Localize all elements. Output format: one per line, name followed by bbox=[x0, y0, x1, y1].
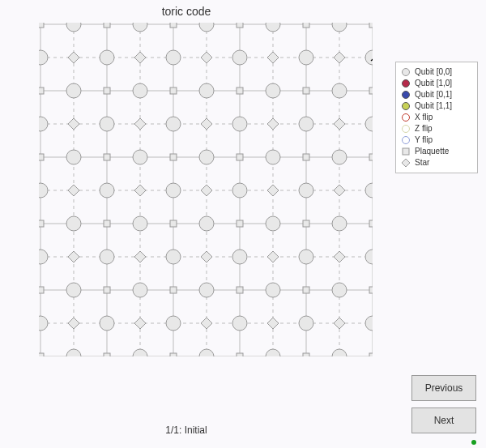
qubit bbox=[365, 117, 373, 131]
plaquette bbox=[170, 154, 177, 160]
qubit bbox=[266, 216, 280, 231]
qubit bbox=[166, 316, 181, 331]
star bbox=[334, 52, 345, 63]
plaquette bbox=[369, 154, 373, 160]
plaquette bbox=[170, 23, 177, 28]
caption: 1/1: Initial bbox=[0, 425, 373, 436]
plaquette bbox=[237, 87, 243, 94]
qubit bbox=[332, 216, 347, 231]
qubit bbox=[299, 183, 313, 198]
plaquette bbox=[104, 220, 110, 227]
plaquette bbox=[39, 353, 44, 356]
qubit bbox=[332, 83, 347, 98]
legend-item: Qubit [1,0] bbox=[401, 78, 472, 89]
qubit bbox=[199, 216, 214, 231]
svg-point-27 bbox=[403, 114, 410, 122]
star bbox=[201, 318, 212, 329]
star bbox=[134, 52, 146, 63]
legend-item: Star bbox=[401, 157, 472, 169]
legend-label: Z flip bbox=[415, 123, 433, 134]
qubit bbox=[299, 50, 313, 65]
qubit bbox=[66, 23, 81, 32]
legend: Qubit [0,0]Qubit [1,0]Qubit [0,1]Qubit [… bbox=[395, 62, 478, 173]
qubit bbox=[166, 50, 181, 65]
qubit bbox=[133, 216, 147, 231]
qubit bbox=[100, 50, 114, 65]
qubit bbox=[133, 349, 147, 356]
plaquette bbox=[104, 353, 110, 356]
qubit bbox=[100, 250, 114, 264]
qubit bbox=[133, 283, 147, 297]
plaquette bbox=[170, 353, 177, 356]
plaquette bbox=[237, 154, 243, 160]
star bbox=[201, 52, 212, 63]
qubit bbox=[39, 183, 48, 198]
qubit bbox=[199, 83, 214, 98]
qubit bbox=[66, 150, 81, 164]
plaquette bbox=[369, 87, 373, 94]
legend-label: Y flip bbox=[415, 134, 433, 146]
svg-rect-30 bbox=[403, 148, 409, 155]
plaquette bbox=[237, 23, 243, 28]
qubit bbox=[199, 349, 214, 356]
star bbox=[68, 185, 79, 196]
qubit bbox=[332, 150, 347, 164]
page-title: toric code bbox=[0, 5, 373, 18]
star bbox=[334, 318, 345, 329]
qubit bbox=[39, 117, 48, 131]
plaquette bbox=[237, 287, 243, 293]
star bbox=[267, 318, 279, 329]
star bbox=[334, 185, 345, 196]
star bbox=[267, 52, 279, 63]
qubit bbox=[232, 183, 247, 198]
plaquette bbox=[369, 23, 373, 28]
legend-item: Z flip bbox=[401, 123, 472, 134]
star bbox=[68, 118, 79, 130]
qubit bbox=[232, 250, 247, 264]
legend-item: Y flip bbox=[401, 134, 472, 146]
status-dot bbox=[471, 440, 476, 445]
plaquette bbox=[170, 220, 177, 227]
plaquette bbox=[39, 23, 44, 28]
qubit bbox=[39, 50, 48, 65]
plaquette bbox=[237, 220, 243, 227]
star bbox=[134, 185, 146, 196]
next-button[interactable]: Next bbox=[411, 407, 476, 433]
qubit bbox=[365, 183, 373, 198]
qubit bbox=[232, 50, 247, 65]
svg-marker-31 bbox=[402, 159, 410, 167]
qubit bbox=[332, 23, 347, 32]
lattice-plot bbox=[39, 23, 373, 356]
qubit bbox=[365, 316, 373, 331]
plaquette bbox=[303, 287, 309, 293]
plaquette bbox=[104, 87, 110, 94]
qubit bbox=[100, 117, 114, 131]
legend-label: Star bbox=[415, 157, 429, 169]
star bbox=[68, 318, 79, 329]
plaquette bbox=[104, 23, 110, 28]
plaquette bbox=[104, 287, 110, 293]
star bbox=[134, 318, 146, 329]
qubit bbox=[266, 283, 280, 297]
plaquette bbox=[39, 87, 44, 94]
legend-label: X flip bbox=[415, 112, 433, 123]
previous-button[interactable]: Previous bbox=[411, 375, 476, 401]
plaquette bbox=[303, 353, 309, 356]
qubit bbox=[166, 117, 181, 131]
qubit bbox=[299, 316, 313, 331]
qubit bbox=[66, 216, 81, 231]
legend-item: X flip bbox=[401, 112, 472, 123]
plaquette bbox=[369, 287, 373, 293]
star bbox=[267, 251, 279, 262]
star bbox=[134, 118, 146, 130]
qubit bbox=[332, 349, 347, 356]
plaquette bbox=[369, 353, 373, 356]
qubit bbox=[199, 150, 214, 164]
qubit bbox=[133, 150, 147, 164]
star bbox=[68, 251, 79, 262]
legend-item: Qubit [0,1] bbox=[401, 89, 472, 100]
plaquette bbox=[170, 287, 177, 293]
qubit bbox=[133, 23, 147, 32]
plaquette bbox=[303, 220, 309, 227]
qubit bbox=[232, 117, 247, 131]
